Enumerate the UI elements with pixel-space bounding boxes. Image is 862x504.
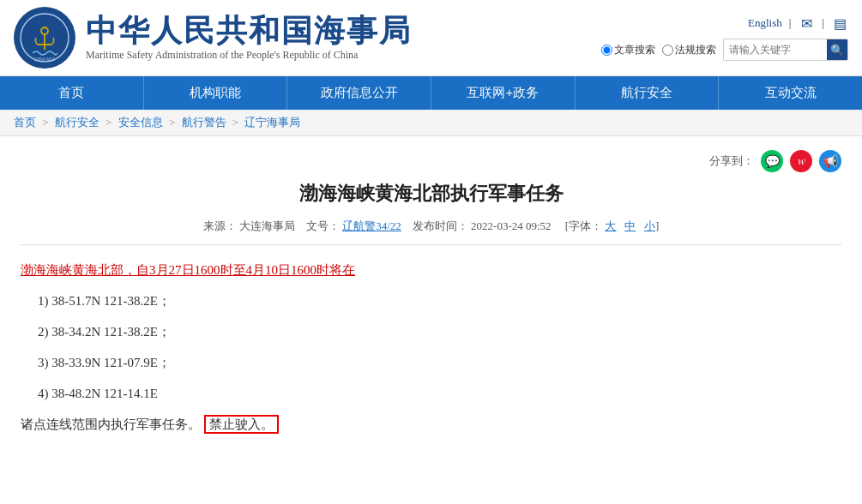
content-area: 分享到： 💬 𝑤 📢 渤海海峡黄海北部执行军事任务 来源： 大连海事局 文号： … [0,136,862,456]
nav-interaction[interactable]: 互动交流 [719,76,862,110]
breadcrumb-home[interactable]: 首页 [14,116,36,129]
footer-text-before: 诸点连线范围内执行军事任务。 [21,417,201,431]
font-size-label: [字体： 大 中 小] [565,219,659,232]
article-body: 渤海海峡黄海北部，自3月27日1600时至4月10日1600时将在 1) 38-… [21,257,841,437]
breadcrumb-nav-warning[interactable]: 航行警告 [182,116,226,129]
nav-government-info[interactable]: 政府信息公开 [287,76,431,110]
article-point-3: 3) 38-33.9N 121-07.9E； [21,350,841,375]
article-point-2: 2) 38-34.2N 121-38.2E； [21,319,841,345]
font-large[interactable]: 大 [605,219,616,232]
breadcrumb-liaoning[interactable]: 辽宁海事局 [244,116,300,129]
divider: | [789,16,792,30]
article-point-1: 1) 38-51.7N 121-38.2E； [21,288,841,314]
breadcrumb-sep2: > [105,116,115,129]
pub-date-label: 发布时间： [413,219,468,232]
article-footer: 诸点连线范围内执行军事任务。 禁止驶入。 [21,411,841,437]
breadcrumb-sep1: > [42,116,51,129]
footer-text-boxed: 禁止驶入。 [204,415,279,434]
nav-internet-politics[interactable]: 互联网+政务 [431,76,576,110]
breadcrumb-sep4: > [232,116,242,129]
doc-no-value[interactable]: 辽航警34/22 [342,219,401,232]
breadcrumb-sep3: > [169,116,178,129]
breadcrumb-nav-safety[interactable]: 航行安全 [55,116,99,129]
search-bar: 文章搜索 法规搜索 🔍 [601,39,848,61]
logo-area: CHINA MSA 中华人民共和国海事局 Maritime Safety Adm… [14,7,412,69]
font-mid[interactable]: 中 [624,219,636,232]
mail-icon[interactable]: ✉ [798,15,815,32]
radio-law[interactable]: 法规搜索 [662,43,716,57]
article-point-4: 4) 38-48.2N 121-14.1E [21,381,841,406]
article-meta: 来源： 大连海事局 文号： 辽航警34/22 发布时间： 2022-03-24 … [21,219,841,245]
font-small[interactable]: 小 [644,219,655,232]
source-label: 来源： [203,219,237,232]
share-weibo-icon[interactable]: 𝑤 [790,150,812,172]
divider2: | [822,16,824,30]
search-input[interactable] [724,41,827,58]
doc-no-label: 文号： [306,219,340,232]
flag-icon[interactable]: ▤ [831,15,848,32]
share-bar: 分享到： 💬 𝑤 📢 [21,150,841,172]
search-type-radios: 文章搜索 法规搜索 [601,43,716,57]
english-link[interactable]: English [748,16,782,30]
search-button[interactable]: 🔍 [827,39,847,60]
breadcrumb: 首页 > 航行安全 > 安全信息 > 航行警告 > 辽宁海事局 [0,110,862,136]
nav-functions[interactable]: 机构职能 [144,76,288,110]
search-input-wrap: 🔍 [723,39,848,61]
article-title: 渤海海峡黄海北部执行军事任务 [21,181,841,207]
radio-article[interactable]: 文章搜索 [601,43,655,57]
site-title-cn: 中华人民共和国海事局 [86,14,412,48]
article-intro: 渤海海峡黄海北部，自3月27日1600时至4月10日1600时将在 [21,257,841,283]
share-qq-icon[interactable]: 📢 [819,150,841,172]
article-intro-highlighted: 渤海海峡黄海北部，自3月27日1600时至4月10日1600时将在 [21,263,355,277]
share-label: 分享到： [709,153,754,169]
nav-home[interactable]: 首页 [0,76,144,110]
breadcrumb-safety-info[interactable]: 安全信息 [118,116,163,129]
share-wechat-icon[interactable]: 💬 [761,150,783,172]
header-right: English | ✉ | ▤ 文章搜索 法规搜索 🔍 [601,15,848,61]
main-nav: 首页 机构职能 政府信息公开 互联网+政务 航行安全 互动交流 [0,76,862,110]
site-title-en: Maritime Safety Administration of the Pe… [86,49,412,62]
header-top-actions: English | ✉ | ▤ [748,15,848,32]
site-header: CHINA MSA 中华人民共和国海事局 Maritime Safety Adm… [0,0,862,76]
nav-navigation-safety[interactable]: 航行安全 [576,76,720,110]
logo-icon: CHINA MSA [14,7,75,69]
source-value: 大连海事局 [239,219,295,232]
site-title-block: 中华人民共和国海事局 Maritime Safety Administratio… [86,14,412,63]
svg-text:CHINA MSA: CHINA MSA [34,57,56,62]
pub-date-value: 2022-03-24 09:52 [471,219,552,232]
